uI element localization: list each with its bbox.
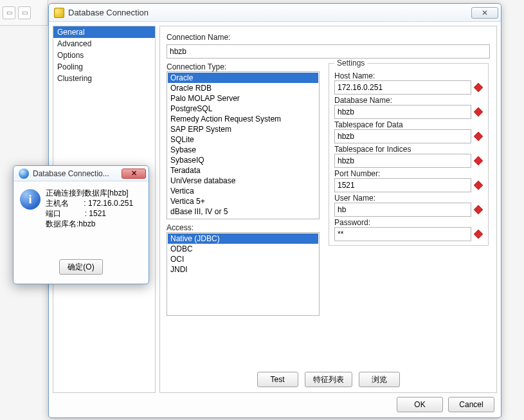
host-label: Host Name: — [334, 71, 483, 80]
footer-row: OK Cancel — [53, 393, 497, 414]
info-popup: Database Connectio... ✕ i 正确连接到数据库[hbzb]… — [13, 165, 149, 284]
access-option[interactable]: OCI — [168, 254, 318, 264]
type-option[interactable]: UniVerse database — [168, 176, 318, 186]
type-option[interactable]: PostgreSQL — [168, 104, 318, 114]
ts-data-label: Tablespace for Data — [334, 120, 483, 129]
type-option[interactable]: SQLite — [168, 134, 318, 145]
nav-item-pooling[interactable]: Pooling — [53, 61, 155, 73]
variable-icon[interactable] — [474, 181, 483, 190]
access-list[interactable]: Native (JDBC)ODBCOCIJNDI — [167, 232, 320, 316]
type-option[interactable]: Remedy Action Request System — [168, 114, 318, 124]
test-button[interactable]: Test — [257, 372, 298, 387]
type-option[interactable]: SybaseIQ — [168, 155, 318, 165]
toolbar-icon: ▭ — [3, 6, 15, 19]
content-panel: Connection Name: Connection Type: Oracle… — [159, 26, 497, 393]
type-option[interactable]: Oracle — [168, 73, 318, 83]
connection-name-input[interactable] — [167, 44, 490, 59]
type-option[interactable]: Vertica 5+ — [168, 196, 318, 206]
settings-legend: Settings — [334, 59, 367, 68]
port-input[interactable] — [334, 178, 471, 192]
ts-data-input[interactable] — [334, 129, 471, 143]
globe-icon — [19, 169, 29, 179]
info-icon: i — [20, 189, 41, 210]
nav-item-options[interactable]: Options — [53, 50, 155, 61]
variable-icon[interactable] — [474, 156, 483, 165]
db-input[interactable] — [334, 105, 471, 119]
variable-icon[interactable] — [474, 107, 483, 116]
popup-title: Database Connectio... — [33, 169, 122, 178]
background-toolbar: ▭ ▭ — [0, 0, 48, 26]
user-input[interactable] — [334, 203, 471, 217]
cancel-button[interactable]: Cancel — [448, 397, 494, 412]
user-label: User Name: — [334, 194, 483, 203]
pwd-label: Password: — [334, 218, 483, 227]
window-title: Database Connection — [68, 8, 471, 17]
left-column: Connection Type: OracleOracle RDBPalo MO… — [167, 61, 320, 364]
right-column: Settings Host Name: Database Name: — [327, 61, 490, 364]
connection-name-label: Connection Name: — [167, 33, 490, 42]
ts-idx-input[interactable] — [334, 154, 471, 168]
type-option[interactable]: Sybase — [168, 145, 318, 155]
variable-icon[interactable] — [474, 205, 483, 214]
popup-body: i 正确连接到数据库[hbzb] 主机名 : 172.16.0.251 端口 :… — [14, 181, 149, 259]
access-option[interactable]: ODBC — [168, 244, 318, 254]
type-option[interactable]: dBase III, IV or 5 — [168, 206, 318, 217]
type-option[interactable]: SAP ERP System — [168, 124, 318, 134]
window-close-button[interactable]: ✕ — [471, 7, 498, 19]
access-option[interactable]: Native (JDBC) — [168, 233, 318, 244]
popup-footer: 确定(O) — [14, 259, 149, 284]
nav-item-general[interactable]: General — [53, 26, 155, 38]
port-label: Port Number: — [334, 169, 483, 178]
access-option[interactable]: JNDI — [168, 264, 318, 275]
type-option[interactable]: Teradata — [168, 165, 318, 176]
type-option[interactable]: Vertica — [168, 186, 318, 196]
connection-type-label: Connection Type: — [167, 62, 320, 71]
variable-icon[interactable] — [474, 132, 483, 141]
browse-button[interactable]: 浏览 — [359, 372, 400, 387]
access-label: Access: — [167, 223, 320, 232]
variable-icon[interactable] — [474, 83, 483, 92]
type-option[interactable]: Palo MOLAP Server — [168, 93, 318, 104]
popup-close-button[interactable]: ✕ — [122, 169, 146, 179]
nav-item-clustering[interactable]: Clustering — [53, 73, 155, 84]
ok-button[interactable]: OK — [397, 397, 443, 412]
popup-message: 正确连接到数据库[hbzb] 主机名 : 172.16.0.251 端口 : 1… — [46, 188, 142, 257]
ts-idx-label: Tablespace for Indices — [334, 145, 483, 154]
settings-fieldset: Settings Host Name: Database Name: — [329, 59, 489, 246]
type-option[interactable]: Oracle RDB — [168, 83, 318, 93]
pwd-input[interactable] — [334, 227, 471, 241]
window-titlebar[interactable]: Database Connection ✕ — [49, 4, 501, 22]
toolbar-icon: ▭ — [18, 6, 31, 19]
popup-ok-button[interactable]: 确定(O) — [59, 259, 102, 275]
variable-icon[interactable] — [474, 230, 483, 239]
db-label: Database Name: — [334, 96, 483, 105]
connection-type-list[interactable]: OracleOracle RDBPalo MOLAP ServerPostgre… — [167, 71, 320, 219]
action-row: Test 特征列表 浏览 — [167, 367, 490, 388]
host-input[interactable] — [334, 80, 471, 95]
feature-list-button[interactable]: 特征列表 — [305, 372, 352, 387]
nav-item-advanced[interactable]: Advanced — [53, 38, 155, 50]
database-icon — [54, 8, 64, 18]
popup-titlebar[interactable]: Database Connectio... ✕ — [14, 166, 149, 181]
